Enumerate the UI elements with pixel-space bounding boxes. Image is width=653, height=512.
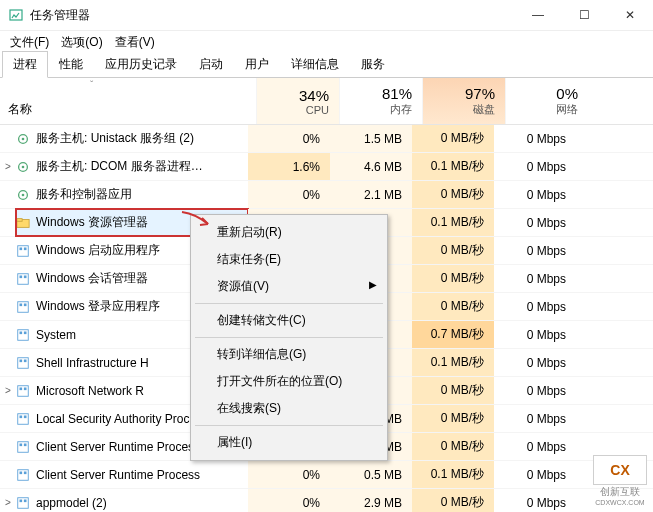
svg-rect-20 [24, 331, 27, 334]
ctx-end-task[interactable]: 结束任务(E) [193, 246, 385, 273]
col-name-label: 名称 [8, 101, 32, 118]
process-icon [16, 355, 30, 371]
svg-point-4 [22, 165, 25, 168]
svg-rect-13 [20, 275, 23, 278]
table-row[interactable]: >服务主机: DCOM 服务器进程…1.6%4.6 MB0.1 MB/秒0 Mb… [0, 153, 653, 181]
table-row[interactable]: Client Server Runtime Process0%0.5 MB0.1… [0, 461, 653, 489]
net-label: 网络 [506, 102, 578, 117]
svg-rect-34 [20, 471, 23, 474]
menu-options[interactable]: 选项(O) [57, 32, 106, 53]
ctx-resource[interactable]: 资源值(V)▶ [193, 273, 385, 300]
cell-disk: 0.1 MB/秒 [412, 349, 494, 376]
expand-icon[interactable]: > [0, 497, 16, 508]
col-disk[interactable]: 97% 磁盘 [422, 78, 505, 124]
cell-cpu: 1.6% [248, 153, 330, 180]
process-name: appmodel (2) [36, 496, 250, 510]
col-net[interactable]: 0% 网络 [505, 78, 588, 124]
svg-rect-12 [18, 273, 29, 284]
app-icon [8, 7, 24, 23]
svg-rect-26 [24, 387, 27, 390]
ctx-properties[interactable]: 属性(I) [193, 429, 385, 456]
cell-disk: 0.7 MB/秒 [412, 321, 494, 348]
disk-label: 磁盘 [423, 102, 495, 117]
ctx-search[interactable]: 在线搜索(S) [193, 395, 385, 422]
ctx-resource-label: 资源值(V) [217, 279, 269, 293]
cell-net: 0 Mbps [494, 461, 576, 488]
cell-cpu: 0% [248, 461, 330, 488]
tab-details[interactable]: 详细信息 [280, 51, 350, 78]
table-row[interactable]: 服务和控制器应用0%2.1 MB0 MB/秒0 Mbps [0, 181, 653, 209]
process-icon [16, 215, 30, 231]
process-icon [16, 327, 30, 343]
cell-net: 0 Mbps [494, 489, 576, 512]
cell-net: 0 Mbps [494, 237, 576, 264]
menu-file[interactable]: 文件(F) [6, 32, 53, 53]
table-row[interactable]: >appmodel (2)0%2.9 MB0 MB/秒0 Mbps [0, 489, 653, 512]
cell-net: 0 Mbps [494, 181, 576, 208]
process-icon [16, 411, 30, 427]
process-icon [16, 243, 30, 259]
tab-startup[interactable]: 启动 [188, 51, 234, 78]
cell-disk: 0 MB/秒 [412, 293, 494, 320]
ctx-open-location[interactable]: 打开文件所在的位置(O) [193, 368, 385, 395]
process-icon [16, 299, 30, 315]
maximize-button[interactable]: ☐ [561, 0, 607, 30]
cell-disk: 0 MB/秒 [412, 265, 494, 292]
tab-history[interactable]: 应用历史记录 [94, 51, 188, 78]
chevron-right-icon: ▶ [369, 279, 377, 290]
cell-net: 0 Mbps [494, 153, 576, 180]
cell-mem: 2.9 MB [330, 489, 412, 512]
cell-disk: 0 MB/秒 [412, 433, 494, 460]
cell-disk: 0.1 MB/秒 [412, 153, 494, 180]
svg-rect-19 [20, 331, 23, 334]
cell-disk: 0 MB/秒 [412, 377, 494, 404]
process-name: Client Server Runtime Process [36, 468, 250, 482]
cpu-label: CPU [257, 104, 329, 116]
process-name: 服务主机: DCOM 服务器进程… [36, 158, 250, 175]
expand-icon[interactable]: > [0, 385, 16, 396]
cell-mem: 2.1 MB [330, 181, 412, 208]
tab-performance[interactable]: 性能 [48, 51, 94, 78]
cell-disk: 0 MB/秒 [412, 237, 494, 264]
close-button[interactable]: ✕ [607, 0, 653, 30]
col-name[interactable]: ˇ 名称 [0, 78, 256, 124]
tab-processes[interactable]: 进程 [2, 51, 48, 78]
process-icon [16, 467, 30, 483]
cell-mem: 0.5 MB [330, 461, 412, 488]
tab-services[interactable]: 服务 [350, 51, 396, 78]
svg-rect-14 [24, 275, 27, 278]
cell-mem: 4.6 MB [330, 153, 412, 180]
col-mem[interactable]: 81% 内存 [339, 78, 422, 124]
ctx-restart[interactable]: 重新启动(R) [193, 219, 385, 246]
cell-disk: 0.1 MB/秒 [412, 461, 494, 488]
table-row[interactable]: 服务主机: Unistack 服务组 (2)0%1.5 MB0 MB/秒0 Mb… [0, 125, 653, 153]
cell-disk: 0.1 MB/秒 [412, 209, 494, 236]
tab-users[interactable]: 用户 [234, 51, 280, 78]
separator [195, 425, 383, 426]
ctx-dump[interactable]: 创建转储文件(C) [193, 307, 385, 334]
svg-point-2 [22, 137, 25, 140]
cell-disk: 0 MB/秒 [412, 405, 494, 432]
mem-label: 内存 [340, 102, 412, 117]
cell-net: 0 Mbps [494, 321, 576, 348]
menubar: 文件(F) 选项(O) 查看(V) [0, 31, 653, 53]
expand-icon[interactable]: > [0, 161, 16, 172]
process-icon [16, 495, 30, 511]
svg-rect-33 [18, 469, 29, 480]
cell-cpu: 0% [248, 125, 330, 152]
process-icon [16, 187, 30, 203]
process-name: 服务和控制器应用 [36, 186, 250, 203]
minimize-button[interactable]: — [515, 0, 561, 30]
ctx-detail[interactable]: 转到详细信息(G) [193, 341, 385, 368]
svg-rect-35 [24, 471, 27, 474]
process-icon [16, 383, 30, 399]
svg-rect-11 [24, 247, 27, 250]
sort-icon: ˇ [90, 80, 93, 91]
svg-rect-18 [18, 329, 29, 340]
svg-rect-16 [20, 303, 23, 306]
menu-view[interactable]: 查看(V) [111, 32, 159, 53]
cell-net: 0 Mbps [494, 209, 576, 236]
cell-disk: 0 MB/秒 [412, 181, 494, 208]
col-cpu[interactable]: 34% CPU [256, 78, 339, 124]
mem-pct: 81% [340, 85, 412, 102]
